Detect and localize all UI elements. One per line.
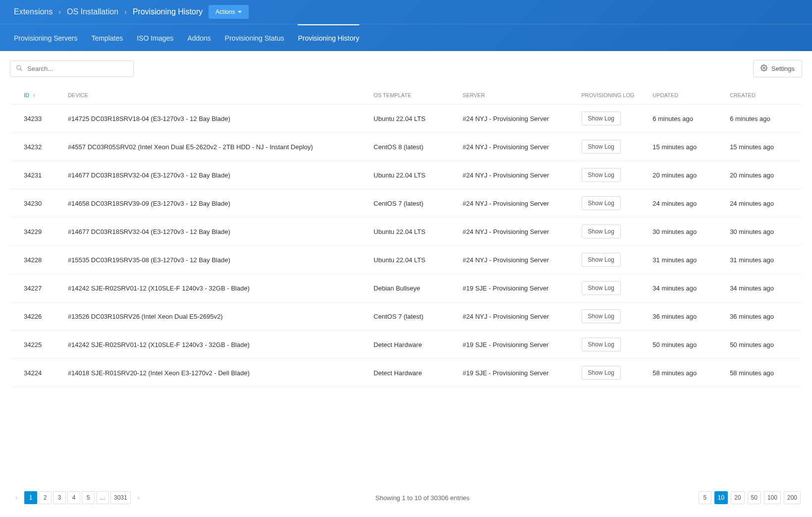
page-5[interactable]: 5	[82, 491, 95, 504]
column-header-id[interactable]: ID ↑	[10, 86, 54, 105]
cell-updated: 58 minutes ago	[648, 359, 725, 387]
search-icon	[16, 64, 23, 73]
cell-created: 58 minutes ago	[725, 359, 802, 387]
cell-server: #24 NYJ - Provisioning Server	[458, 105, 577, 133]
page-size-100[interactable]: 100	[764, 491, 781, 504]
cell-updated: 20 minutes ago	[648, 161, 725, 189]
page-size-10[interactable]: 10	[714, 491, 728, 504]
cell-id: 34225	[10, 331, 54, 359]
tab-templates[interactable]: Templates	[91, 24, 123, 51]
page-size-200[interactable]: 200	[784, 491, 801, 504]
actions-dropdown[interactable]: Actions	[209, 5, 249, 19]
column-header-template[interactable]: OS TEMPLATE	[369, 86, 458, 105]
prev-page-button[interactable]: ‹	[10, 491, 23, 504]
cell-template: Detect Hardware	[369, 331, 458, 359]
show-log-button[interactable]: Show Log	[582, 253, 621, 267]
page-3[interactable]: 3	[53, 491, 66, 504]
show-log-button[interactable]: Show Log	[582, 196, 621, 210]
column-label: ID	[24, 92, 29, 98]
search-input[interactable]	[10, 60, 134, 77]
cell-id: 34230	[10, 189, 54, 218]
tab-iso-images[interactable]: ISO Images	[137, 24, 173, 51]
table-row: 34226#13526 DC03R10SRV26 (Intel Xeon Dua…	[10, 302, 802, 331]
search-wrap	[10, 60, 134, 77]
tab-provisioning-servers[interactable]: Provisioning Servers	[14, 24, 77, 51]
cell-log: Show Log	[577, 302, 648, 331]
table-row: 34228#15535 DC03R19SRV35-08 (E3-1270v3 -…	[10, 246, 802, 274]
cell-device: #14018 SJE-R01SRV20-12 (Intel Xeon E3-12…	[54, 359, 369, 387]
cell-template: Ubuntu 22.04 LTS	[369, 218, 458, 246]
show-log-button[interactable]: Show Log	[582, 225, 621, 238]
cell-log: Show Log	[577, 105, 648, 133]
show-log-button[interactable]: Show Log	[582, 140, 621, 154]
cell-template: Detect Hardware	[369, 359, 458, 387]
tabs-bar: Provisioning ServersTemplatesISO ImagesA…	[0, 24, 812, 51]
cell-log: Show Log	[577, 274, 648, 302]
tab-provisioning-status[interactable]: Provisioning Status	[225, 24, 284, 51]
cell-id: 34224	[10, 359, 54, 387]
page-4[interactable]: 4	[67, 491, 80, 504]
table-row: 34227#14242 SJE-R02SRV01-12 (X10SLE-F 12…	[10, 274, 802, 302]
chevron-right-icon: ›	[124, 8, 127, 16]
page-2[interactable]: 2	[39, 491, 52, 504]
show-log-button[interactable]: Show Log	[582, 309, 621, 323]
cell-created: 6 minutes ago	[725, 105, 802, 133]
column-header-device[interactable]: DEVICE	[54, 86, 369, 105]
cell-created: 15 minutes ago	[725, 133, 802, 161]
cell-device: #14242 SJE-R02SRV01-12 (X10SLE-F 1240v3 …	[54, 331, 369, 359]
column-header-updated[interactable]: UPDATED	[648, 86, 725, 105]
show-log-button[interactable]: Show Log	[582, 168, 621, 182]
cell-id: 34227	[10, 274, 54, 302]
cell-created: 20 minutes ago	[725, 161, 802, 189]
table-row: 34230#14658 DC03R18SRV39-09 (E3-1270v3 -…	[10, 189, 802, 218]
page-1[interactable]: 1	[24, 491, 37, 504]
cell-template: CentOS 7 (latest)	[369, 189, 458, 218]
svg-point-0	[17, 65, 21, 69]
show-log-button[interactable]: Show Log	[582, 366, 621, 380]
cell-log: Show Log	[577, 218, 648, 246]
cell-updated: 24 minutes ago	[648, 189, 725, 218]
sort-asc-icon: ↑	[33, 93, 35, 98]
next-page-button[interactable]: ›	[132, 491, 145, 504]
cell-template: Debian Bullseye	[369, 274, 458, 302]
tab-addons[interactable]: Addons	[187, 24, 211, 51]
cell-updated: 6 minutes ago	[648, 105, 725, 133]
cell-id: 34231	[10, 161, 54, 189]
show-log-button[interactable]: Show Log	[582, 112, 621, 125]
breadcrumb-extensions[interactable]: Extensions	[14, 7, 53, 16]
cell-device: #15535 DC03R19SRV35-08 (E3-1270v3 - 12 B…	[54, 246, 369, 274]
cell-id: 34226	[10, 302, 54, 331]
cell-log: Show Log	[577, 161, 648, 189]
cell-server: #24 NYJ - Provisioning Server	[458, 218, 577, 246]
settings-button[interactable]: Settings	[753, 60, 802, 77]
page-size-selector: 5102050100200	[699, 491, 802, 504]
header: Extensions › OS Installation › Provision…	[0, 0, 812, 51]
cell-log: Show Log	[577, 331, 648, 359]
column-header-log[interactable]: PROVISIONING LOG	[577, 86, 648, 105]
breadcrumb-provisioning-history: Provisioning History	[133, 7, 203, 16]
show-log-button[interactable]: Show Log	[582, 281, 621, 295]
page-size-50[interactable]: 50	[748, 491, 761, 504]
cell-created: 50 minutes ago	[725, 331, 802, 359]
page-size-5[interactable]: 5	[699, 491, 711, 504]
show-log-button[interactable]: Show Log	[582, 338, 621, 351]
tab-provisioning-history[interactable]: Provisioning History	[298, 24, 359, 51]
cell-device: #14242 SJE-R02SRV01-12 (X10SLE-F 1240v3 …	[54, 274, 369, 302]
page-size-20[interactable]: 20	[731, 491, 744, 504]
breadcrumb-os-installation[interactable]: OS Installation	[67, 7, 118, 16]
cell-updated: 36 minutes ago	[648, 302, 725, 331]
cell-updated: 50 minutes ago	[648, 331, 725, 359]
cell-log: Show Log	[577, 246, 648, 274]
cell-server: #19 SJE - Provisioning Server	[458, 359, 577, 387]
cell-server: #24 NYJ - Provisioning Server	[458, 133, 577, 161]
cell-updated: 34 minutes ago	[648, 274, 725, 302]
cell-log: Show Log	[577, 133, 648, 161]
svg-line-1	[20, 69, 22, 71]
cell-log: Show Log	[577, 189, 648, 218]
page-3031[interactable]: 3031	[110, 491, 131, 504]
column-header-server[interactable]: SERVER	[458, 86, 577, 105]
cell-server: #24 NYJ - Provisioning Server	[458, 246, 577, 274]
column-header-created[interactable]: CREATED	[725, 86, 802, 105]
cell-template: Ubuntu 22.04 LTS	[369, 105, 458, 133]
cell-server: #24 NYJ - Provisioning Server	[458, 302, 577, 331]
